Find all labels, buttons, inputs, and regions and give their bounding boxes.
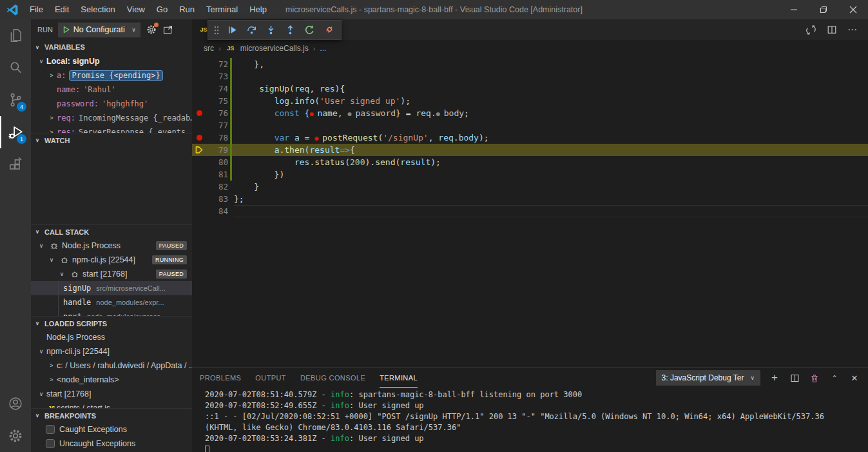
variable-row-req[interactable]: > req: IncomingMessage {_readab… xyxy=(31,111,192,125)
line-number: 80 xyxy=(206,157,228,167)
tab-problems[interactable]: PROBLEMS xyxy=(200,368,241,388)
code-line-76[interactable]: 76 const {● name, ● password} = req.● bo… xyxy=(192,107,868,119)
tab-output[interactable]: OUTPUT xyxy=(255,368,286,388)
variable-row-password[interactable]: password: 'hghghfhg' xyxy=(31,97,192,111)
stack-frame-signup[interactable]: signUp src/microserviceCall... xyxy=(31,281,192,295)
breadcrumb-symbol[interactable]: ... xyxy=(320,44,326,53)
more-actions-icon[interactable]: ⋯ xyxy=(847,24,858,35)
variables-section-header[interactable]: ∨ VARIABLES xyxy=(31,40,192,54)
breakpoint-uncaught-exceptions[interactable]: Uncaught Exceptions xyxy=(31,437,192,451)
debug-session-node[interactable]: ∨ Node.js Process PAUSED xyxy=(31,239,192,253)
split-editor-icon[interactable] xyxy=(827,25,837,35)
code-area[interactable]: 72 },7374 signUp(req, res){75 log.info('… xyxy=(192,57,868,368)
bug-icon xyxy=(50,241,59,250)
source-control-icon[interactable]: 4 xyxy=(0,84,31,116)
code-line-74[interactable]: 74 signUp(req, res){ xyxy=(192,83,868,95)
loaded-scripts-section-header[interactable]: ∨ LOADED SCRIPTS xyxy=(31,316,192,330)
continue-button[interactable] xyxy=(224,22,241,39)
breakpoint-icon[interactable] xyxy=(192,110,206,116)
checkbox[interactable] xyxy=(46,439,55,448)
bug-icon xyxy=(60,255,69,264)
variable-row-a[interactable]: > a: Promise {<pending>} xyxy=(31,68,192,83)
code-line-82[interactable]: 82 } xyxy=(192,181,868,193)
terminal-select-dropdown[interactable]: 3: JavaScript Debug Ter ∨ xyxy=(656,370,760,386)
code-line-80[interactable]: 80 res.status(200).send(result); xyxy=(192,156,868,168)
close-panel-icon[interactable]: ✕ xyxy=(849,373,860,383)
settings-gear-icon[interactable] xyxy=(0,420,31,452)
breakpoint-icon[interactable] xyxy=(192,135,206,141)
line-number: 84 xyxy=(206,206,228,216)
callstack-title: CALL STACK xyxy=(44,228,89,236)
restore-button[interactable] xyxy=(809,0,838,19)
terminal-line xyxy=(205,444,859,452)
menu-terminal[interactable]: Terminal xyxy=(200,0,244,19)
checkbox[interactable] xyxy=(46,425,55,434)
maximize-panel-icon[interactable]: ⌃ xyxy=(829,374,840,382)
current-frame-arrow-icon[interactable] xyxy=(192,146,206,154)
explorer-icon[interactable] xyxy=(0,19,31,52)
minimize-button[interactable] xyxy=(779,0,809,19)
tab-debug-console[interactable]: DEBUG CONSOLE xyxy=(300,368,365,388)
run-and-debug-icon[interactable]: 1 xyxy=(0,116,31,148)
code-line-84[interactable]: 84 xyxy=(192,205,868,217)
variable-row-name[interactable]: name: 'Rahul' xyxy=(31,83,192,97)
code-line-83[interactable]: 83}; xyxy=(192,193,868,205)
variables-scope-row[interactable]: ∨ Local: signUp xyxy=(31,54,192,68)
step-over-button[interactable] xyxy=(243,22,260,39)
loaded-script-row[interactable]: > c: / Users / rahul.dwivedi / AppData /… xyxy=(31,359,192,373)
breadcrumb-src[interactable]: src xyxy=(204,44,214,53)
open-debug-console-icon[interactable] xyxy=(162,25,173,35)
watch-empty-area xyxy=(31,147,192,224)
menu-go[interactable]: Go xyxy=(151,0,173,19)
breakpoints-section-header[interactable]: ∨ BREAKPOINTS xyxy=(31,408,192,422)
disconnect-button[interactable] xyxy=(320,22,338,39)
watch-section-header[interactable]: ∨ WATCH xyxy=(31,133,192,147)
tab-terminal[interactable]: TERMINAL xyxy=(380,368,418,388)
loaded-script-row[interactable]: JS scripts / start.js xyxy=(31,401,192,408)
breakpoint-caught-exceptions[interactable]: Caught Exceptions xyxy=(31,422,192,437)
loaded-script-row[interactable]: Node.js Process xyxy=(31,330,192,344)
callstack-section-header[interactable]: ∨ CALL STACK xyxy=(31,224,192,239)
debug-config-dropdown[interactable]: No Configurati ∨ xyxy=(58,23,140,37)
terminal-output[interactable]: 2020-07-02T08:51:40.579Z - info: spartan… xyxy=(192,388,868,452)
open-changes-icon[interactable] xyxy=(805,25,816,35)
menu-help[interactable]: Help xyxy=(244,0,273,19)
menu-file[interactable]: File xyxy=(24,0,49,19)
search-icon[interactable] xyxy=(0,52,31,84)
debug-settings-gear-icon[interactable] xyxy=(146,24,157,35)
code-line-81[interactable]: 81 }) xyxy=(192,168,868,181)
restart-button[interactable] xyxy=(301,22,318,39)
loaded-script-row[interactable]: > <node_internals> xyxy=(31,373,192,387)
panel-actions: 3: JavaScript Debug Ter ∨ + ⌃ ✕ xyxy=(656,370,860,386)
menu-run[interactable]: Run xyxy=(173,0,200,19)
kill-terminal-trash-icon[interactable] xyxy=(809,373,820,383)
close-window-button[interactable] xyxy=(838,0,868,19)
extensions-icon[interactable] xyxy=(0,148,31,181)
menu-edit[interactable]: Edit xyxy=(49,0,75,19)
code-line-75[interactable]: 75 log.info('User signed up'); xyxy=(192,95,868,107)
new-terminal-icon[interactable]: + xyxy=(769,371,780,384)
code-line-78[interactable]: 78 var a = ● postRequest('/signUp', req.… xyxy=(192,132,868,144)
code-line-72[interactable]: 72 }, xyxy=(192,58,868,70)
code-line-77[interactable]: 77 xyxy=(192,119,868,132)
breadcrumb: src › JS microserviceCalls.js › ... xyxy=(192,40,868,57)
toolbar-drag-handle[interactable] xyxy=(211,22,222,39)
stack-frame-next[interactable]: next node_modules/express... xyxy=(31,310,192,316)
split-terminal-icon[interactable] xyxy=(789,373,800,383)
debug-session-node[interactable]: ∨ start [21768] PAUSED xyxy=(31,267,192,281)
selected-value: Promise {<pending>} xyxy=(69,70,162,81)
menu-view[interactable]: View xyxy=(121,0,151,19)
code-line-73[interactable]: 73 xyxy=(192,70,868,83)
loaded-script-row[interactable]: ∨ start [21768] xyxy=(31,387,192,401)
breadcrumb-file[interactable]: microserviceCalls.js xyxy=(240,44,309,53)
debug-session-node[interactable]: ∨ npm-cli.js [22544] RUNNING xyxy=(31,253,192,267)
stack-frame-handle[interactable]: handle node_modules/expr... xyxy=(31,295,192,310)
account-icon[interactable] xyxy=(0,388,31,420)
variable-row-res[interactable]: > res: ServerResponse {_events… xyxy=(31,125,192,133)
code-line-79[interactable]: 79 a.then(result=>{ xyxy=(192,144,868,156)
loaded-script-row[interactable]: ∨ npm-cli.js [22544] xyxy=(31,344,192,359)
step-out-button[interactable] xyxy=(282,22,299,39)
menu-selection[interactable]: Selection xyxy=(75,0,121,19)
js-file-icon: JS xyxy=(226,45,236,52)
step-into-button[interactable] xyxy=(262,22,280,39)
